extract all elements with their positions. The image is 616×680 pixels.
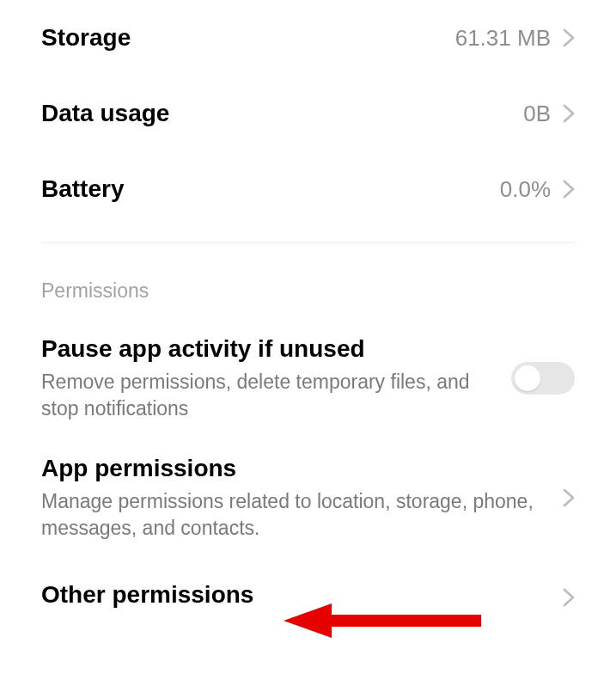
app-permissions-textcol: App permissions Manage permissions relat… (41, 453, 546, 542)
app-permissions-right (563, 488, 575, 507)
pause-title: Pause app activity if unused (41, 334, 494, 364)
row-data-usage[interactable]: Data usage 0B (0, 76, 616, 151)
battery-right: 0.0% (500, 176, 575, 203)
storage-value: 61.31 MB (455, 25, 551, 52)
chevron-right-icon (563, 28, 575, 47)
other-permissions-title: Other permissions (41, 579, 546, 610)
row-storage[interactable]: Storage 61.31 MB (0, 0, 616, 76)
chevron-right-icon (563, 488, 575, 507)
data-usage-value: 0B (523, 101, 551, 127)
other-permissions-textcol: Other permissions (41, 579, 546, 615)
data-usage-label: Data usage (41, 100, 169, 127)
other-permissions-right (563, 588, 575, 607)
chevron-right-icon (563, 104, 575, 123)
battery-label: Battery (41, 175, 124, 203)
pause-toggle[interactable] (511, 362, 575, 395)
app-permissions-title: App permissions (41, 453, 546, 483)
pause-right (511, 362, 575, 395)
app-permissions-sub: Manage permissions related to location, … (41, 488, 546, 542)
data-usage-right: 0B (523, 101, 575, 127)
chevron-right-icon (563, 588, 575, 607)
section-header-permissions: Permissions (0, 243, 616, 318)
storage-right: 61.31 MB (455, 25, 575, 52)
storage-label: Storage (41, 24, 131, 52)
toggle-knob (515, 365, 540, 391)
row-other-permissions[interactable]: Other permissions (0, 557, 616, 630)
row-pause-activity[interactable]: Pause app activity if unused Remove perm… (0, 318, 616, 438)
pause-sub: Remove permissions, delete temporary fil… (41, 369, 494, 422)
chevron-right-icon (563, 180, 575, 199)
pause-textcol: Pause app activity if unused Remove perm… (41, 334, 494, 422)
row-battery[interactable]: Battery 0.0% (0, 151, 616, 227)
row-app-permissions[interactable]: App permissions Manage permissions relat… (0, 438, 616, 557)
battery-value: 0.0% (500, 176, 551, 203)
